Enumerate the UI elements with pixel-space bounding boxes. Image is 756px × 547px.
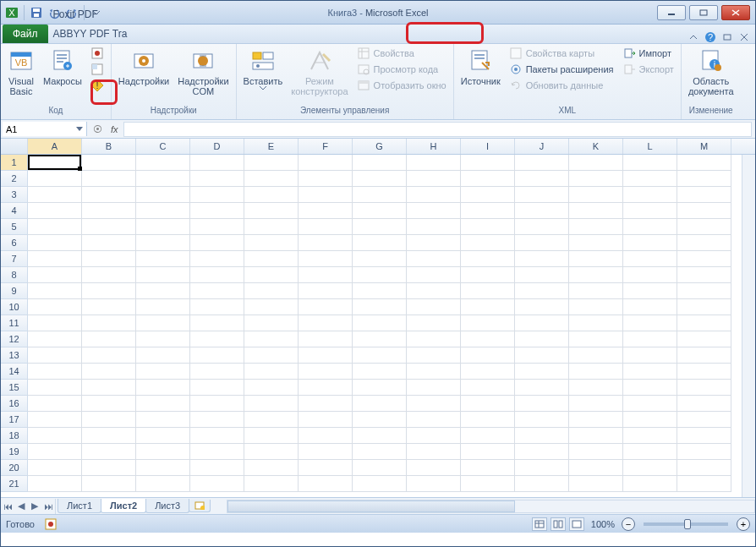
cell[interactable] [677,219,731,235]
cell[interactable] [244,396,299,412]
cell[interactable] [461,331,515,347]
cell[interactable] [353,235,407,251]
cell[interactable] [623,251,677,267]
cell[interactable] [623,219,677,235]
cell[interactable] [353,412,407,428]
cell[interactable] [407,299,461,315]
cell[interactable] [677,396,731,412]
cell[interactable] [190,396,244,412]
cell[interactable] [461,460,515,476]
relative-refs-button[interactable] [87,62,107,77]
cell[interactable] [569,299,623,315]
xml-export-button[interactable]: Экспорт [619,62,677,77]
cell[interactable] [299,219,353,235]
cell[interactable] [353,444,407,460]
column-header[interactable]: B [82,139,136,154]
cell[interactable] [569,396,623,412]
cell[interactable] [353,428,407,444]
cell[interactable] [569,412,623,428]
cell[interactable] [190,171,244,187]
cell[interactable] [407,315,461,331]
tab-foxit pdf[interactable]: Foxit PDF [48,4,133,24]
cell[interactable] [407,331,461,347]
cell[interactable] [82,155,136,171]
row-header[interactable]: 4 [1,203,28,219]
cell[interactable] [82,315,136,331]
cell[interactable] [461,396,515,412]
cell[interactable] [407,283,461,299]
cell[interactable] [28,364,82,380]
horizontal-scrollbar[interactable] [227,500,755,513]
cell[interactable] [299,460,353,476]
cell[interactable] [244,364,299,380]
cell[interactable] [353,315,407,331]
cell[interactable] [28,428,82,444]
cell[interactable] [677,412,731,428]
maximize-button[interactable] [689,5,718,20]
zoom-thumb[interactable] [684,519,691,529]
minimize-button[interactable] [657,5,686,20]
cell[interactable] [677,187,731,203]
cell[interactable] [244,347,299,364]
mdi-restore-icon[interactable] [721,31,733,43]
cell[interactable] [136,283,190,299]
cell[interactable] [623,428,677,444]
cell[interactable] [244,380,299,396]
cell[interactable] [353,476,407,492]
cell[interactable] [569,315,623,331]
view-normal-button[interactable] [532,517,547,531]
cell[interactable] [136,155,190,171]
cell[interactable] [82,267,136,283]
cell[interactable] [623,380,677,396]
row-header[interactable]: 8 [1,267,28,283]
cell[interactable] [623,396,677,412]
cell[interactable] [515,235,569,251]
cell[interactable] [677,267,731,283]
cell[interactable] [677,299,731,315]
cell[interactable] [244,267,299,283]
cell[interactable] [569,476,623,492]
cell[interactable] [461,171,515,187]
cell[interactable] [623,460,677,476]
cell[interactable] [299,315,353,331]
ribbon-minimize-icon[interactable] [688,31,699,43]
cell[interactable] [190,219,244,235]
cell[interactable] [28,235,82,251]
cell[interactable] [353,396,407,412]
cell[interactable] [677,235,731,251]
cell[interactable] [136,219,190,235]
cell[interactable] [28,347,82,364]
cell[interactable] [28,267,82,283]
cell[interactable] [353,364,407,380]
cell[interactable] [82,347,136,364]
cell[interactable] [136,171,190,187]
mdi-close-icon[interactable] [738,31,750,43]
cell[interactable] [244,315,299,331]
cell[interactable] [82,187,136,203]
formula-input[interactable] [123,122,752,137]
row-header[interactable]: 1 [1,155,28,171]
cell[interactable] [407,476,461,492]
addins-button[interactable]: Надстройки [115,46,173,88]
cell[interactable] [623,203,677,219]
cell[interactable] [677,251,731,267]
tab-abbyy pdf tra[interactable]: ABBYY PDF Tra [48,24,133,43]
row-header[interactable]: 14 [1,364,28,380]
cell[interactable] [353,219,407,235]
cell[interactable] [244,476,299,492]
save-icon[interactable] [28,4,45,21]
cell[interactable] [244,203,299,219]
cell[interactable] [28,331,82,347]
cell[interactable] [82,444,136,460]
cell[interactable] [515,267,569,283]
cell[interactable] [407,267,461,283]
view-code-button[interactable]: Просмотр кода [353,62,450,77]
row-header[interactable]: 3 [1,187,28,203]
cell[interactable] [190,364,244,380]
column-header[interactable]: E [244,139,299,154]
column-header[interactable]: G [353,139,407,154]
cell[interactable] [28,171,82,187]
cell[interactable] [28,412,82,428]
cell[interactable] [299,251,353,267]
cell[interactable] [677,171,731,187]
